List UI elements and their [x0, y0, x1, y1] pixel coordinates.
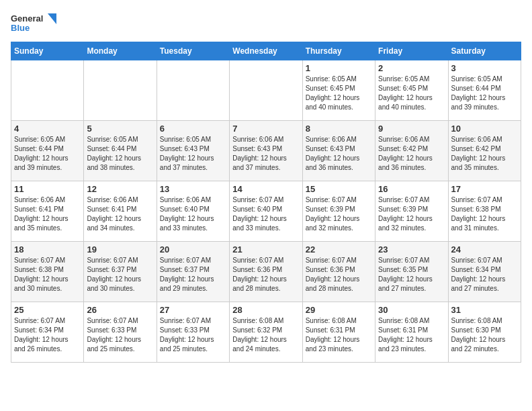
calendar-cell: 17Sunrise: 6:07 AM Sunset: 6:38 PM Dayli…	[448, 181, 521, 242]
calendar-cell	[11, 60, 84, 121]
calendar-cell: 19Sunrise: 6:07 AM Sunset: 6:37 PM Dayli…	[84, 242, 157, 302]
day-content: Sunrise: 6:07 AM Sunset: 6:37 PM Dayligh…	[160, 256, 226, 293]
day-content: Sunrise: 6:07 AM Sunset: 6:37 PM Dayligh…	[87, 256, 153, 293]
day-content: Sunrise: 6:08 AM Sunset: 6:32 PM Dayligh…	[232, 316, 299, 354]
weekday-header-saturday: Saturday	[448, 42, 521, 60]
weekday-header-monday: Monday	[84, 42, 157, 60]
svg-text:General: General	[11, 13, 43, 24]
day-number: 24	[451, 244, 518, 255]
calendar-cell: 13Sunrise: 6:06 AM Sunset: 6:40 PM Dayli…	[157, 181, 229, 242]
day-content: Sunrise: 6:06 AM Sunset: 6:42 PM Dayligh…	[451, 135, 518, 173]
day-number: 22	[306, 244, 372, 255]
calendar-cell: 29Sunrise: 6:08 AM Sunset: 6:31 PM Dayli…	[302, 302, 375, 363]
day-number: 26	[87, 305, 153, 315]
day-number: 20	[160, 244, 226, 255]
week-row-1: 1Sunrise: 6:05 AM Sunset: 6:45 PM Daylig…	[11, 60, 521, 121]
weekday-header-tuesday: Tuesday	[157, 42, 229, 60]
calendar-table: SundayMondayTuesdayWednesdayThursdayFrid…	[11, 42, 521, 363]
day-number: 19	[87, 244, 153, 255]
day-content: Sunrise: 6:07 AM Sunset: 6:33 PM Dayligh…	[87, 316, 153, 354]
day-number: 16	[378, 184, 445, 194]
svg-text:Blue: Blue	[11, 23, 30, 33]
logo: General Blue	[11, 11, 58, 35]
day-number: 29	[306, 305, 372, 315]
day-number: 1	[306, 63, 372, 73]
weekday-header-row: SundayMondayTuesdayWednesdayThursdayFrid…	[11, 42, 521, 60]
day-content: Sunrise: 6:06 AM Sunset: 6:42 PM Dayligh…	[378, 135, 445, 173]
day-content: Sunrise: 6:08 AM Sunset: 6:30 PM Dayligh…	[451, 316, 518, 354]
day-content: Sunrise: 6:07 AM Sunset: 6:38 PM Dayligh…	[451, 195, 518, 233]
day-number: 4	[14, 124, 81, 134]
day-content: Sunrise: 6:08 AM Sunset: 6:31 PM Dayligh…	[306, 316, 372, 354]
day-content: Sunrise: 6:05 AM Sunset: 6:44 PM Dayligh…	[451, 75, 518, 112]
calendar-cell: 15Sunrise: 6:07 AM Sunset: 6:39 PM Dayli…	[302, 181, 375, 242]
day-number: 6	[160, 124, 226, 134]
day-number: 17	[451, 184, 518, 194]
calendar-cell: 18Sunrise: 6:07 AM Sunset: 6:38 PM Dayli…	[11, 242, 84, 302]
day-content: Sunrise: 6:07 AM Sunset: 6:39 PM Dayligh…	[378, 195, 445, 233]
calendar-cell: 7Sunrise: 6:06 AM Sunset: 6:43 PM Daylig…	[230, 121, 302, 181]
calendar-cell: 16Sunrise: 6:07 AM Sunset: 6:39 PM Dayli…	[375, 181, 448, 242]
calendar-cell: 23Sunrise: 6:07 AM Sunset: 6:35 PM Dayli…	[375, 242, 448, 302]
day-content: Sunrise: 6:05 AM Sunset: 6:45 PM Dayligh…	[378, 75, 445, 112]
week-row-2: 4Sunrise: 6:05 AM Sunset: 6:44 PM Daylig…	[11, 121, 521, 181]
day-content: Sunrise: 6:07 AM Sunset: 6:34 PM Dayligh…	[14, 316, 81, 354]
calendar-cell: 8Sunrise: 6:06 AM Sunset: 6:43 PM Daylig…	[302, 121, 375, 181]
day-number: 14	[232, 184, 299, 194]
day-number: 25	[14, 305, 81, 315]
calendar-cell	[230, 60, 302, 121]
calendar-cell: 30Sunrise: 6:08 AM Sunset: 6:31 PM Dayli…	[375, 302, 448, 363]
calendar-cell: 27Sunrise: 6:07 AM Sunset: 6:33 PM Dayli…	[157, 302, 229, 363]
day-number: 21	[232, 244, 299, 255]
calendar-cell: 14Sunrise: 6:07 AM Sunset: 6:40 PM Dayli…	[230, 181, 302, 242]
calendar-cell: 1Sunrise: 6:05 AM Sunset: 6:45 PM Daylig…	[302, 60, 375, 121]
calendar-cell: 31Sunrise: 6:08 AM Sunset: 6:30 PM Dayli…	[448, 302, 521, 363]
day-content: Sunrise: 6:07 AM Sunset: 6:34 PM Dayligh…	[451, 256, 518, 293]
day-content: Sunrise: 6:07 AM Sunset: 6:36 PM Dayligh…	[306, 256, 372, 293]
calendar-cell: 20Sunrise: 6:07 AM Sunset: 6:37 PM Dayli…	[157, 242, 229, 302]
day-content: Sunrise: 6:07 AM Sunset: 6:35 PM Dayligh…	[378, 256, 445, 293]
calendar-cell: 21Sunrise: 6:07 AM Sunset: 6:36 PM Dayli…	[230, 242, 302, 302]
calendar-cell: 9Sunrise: 6:06 AM Sunset: 6:42 PM Daylig…	[375, 121, 448, 181]
calendar-cell: 4Sunrise: 6:05 AM Sunset: 6:44 PM Daylig…	[11, 121, 84, 181]
day-number: 7	[232, 124, 299, 134]
day-content: Sunrise: 6:05 AM Sunset: 6:44 PM Dayligh…	[87, 135, 153, 173]
day-content: Sunrise: 6:06 AM Sunset: 6:41 PM Dayligh…	[14, 195, 81, 233]
day-content: Sunrise: 6:06 AM Sunset: 6:43 PM Dayligh…	[232, 135, 299, 173]
day-number: 13	[160, 184, 226, 194]
calendar-cell: 26Sunrise: 6:07 AM Sunset: 6:33 PM Dayli…	[84, 302, 157, 363]
day-content: Sunrise: 6:06 AM Sunset: 6:41 PM Dayligh…	[87, 195, 153, 233]
day-number: 15	[306, 184, 372, 194]
day-number: 10	[451, 124, 518, 134]
calendar-cell: 2Sunrise: 6:05 AM Sunset: 6:45 PM Daylig…	[375, 60, 448, 121]
day-content: Sunrise: 6:05 AM Sunset: 6:43 PM Dayligh…	[160, 135, 226, 173]
week-row-4: 18Sunrise: 6:07 AM Sunset: 6:38 PM Dayli…	[11, 242, 521, 302]
day-number: 30	[378, 305, 445, 315]
calendar-cell: 22Sunrise: 6:07 AM Sunset: 6:36 PM Dayli…	[302, 242, 375, 302]
day-content: Sunrise: 6:08 AM Sunset: 6:31 PM Dayligh…	[378, 316, 445, 354]
calendar-cell: 6Sunrise: 6:05 AM Sunset: 6:43 PM Daylig…	[157, 121, 229, 181]
day-number: 2	[378, 63, 445, 73]
day-content: Sunrise: 6:07 AM Sunset: 6:36 PM Dayligh…	[232, 256, 299, 293]
weekday-header-friday: Friday	[375, 42, 448, 60]
calendar-cell	[157, 60, 229, 121]
day-number: 18	[14, 244, 81, 255]
week-row-5: 25Sunrise: 6:07 AM Sunset: 6:34 PM Dayli…	[11, 302, 521, 363]
calendar-cell: 12Sunrise: 6:06 AM Sunset: 6:41 PM Dayli…	[84, 181, 157, 242]
calendar-cell: 5Sunrise: 6:05 AM Sunset: 6:44 PM Daylig…	[84, 121, 157, 181]
day-content: Sunrise: 6:07 AM Sunset: 6:38 PM Dayligh…	[14, 256, 81, 293]
day-number: 3	[451, 63, 518, 73]
weekday-header-wednesday: Wednesday	[230, 42, 302, 60]
day-content: Sunrise: 6:07 AM Sunset: 6:40 PM Dayligh…	[232, 195, 299, 233]
week-row-3: 11Sunrise: 6:06 AM Sunset: 6:41 PM Dayli…	[11, 181, 521, 242]
calendar-cell: 25Sunrise: 6:07 AM Sunset: 6:34 PM Dayli…	[11, 302, 84, 363]
day-content: Sunrise: 6:05 AM Sunset: 6:45 PM Dayligh…	[306, 75, 372, 112]
day-number: 31	[451, 305, 518, 315]
page-header: General Blue	[11, 11, 521, 35]
logo-svg: General Blue	[11, 11, 58, 35]
calendar-cell: 24Sunrise: 6:07 AM Sunset: 6:34 PM Dayli…	[448, 242, 521, 302]
day-number: 9	[378, 124, 445, 134]
day-number: 5	[87, 124, 153, 134]
calendar-cell: 28Sunrise: 6:08 AM Sunset: 6:32 PM Dayli…	[230, 302, 302, 363]
day-number: 12	[87, 184, 153, 194]
